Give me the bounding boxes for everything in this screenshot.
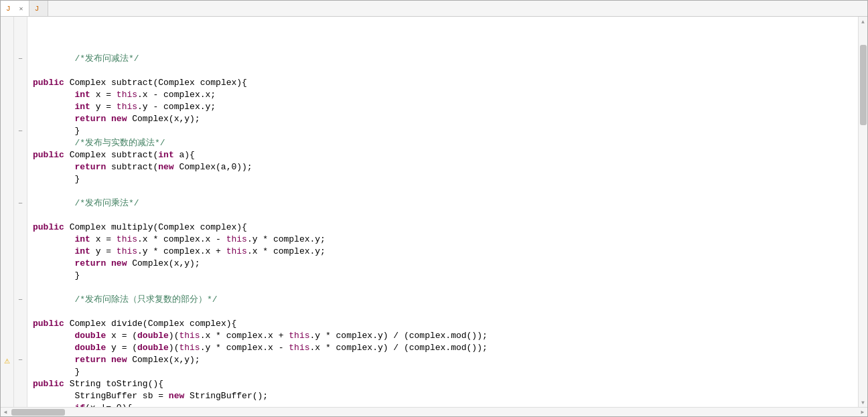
code-line: public Complex subtract(Complex complex)… bbox=[33, 77, 858, 89]
fold-indicator bbox=[14, 17, 27, 29]
fold-indicator bbox=[14, 89, 27, 101]
fold-indicator bbox=[14, 77, 27, 89]
gutter: ⚠ bbox=[1, 17, 14, 407]
fold-column: −−−−− bbox=[14, 17, 27, 407]
fold-indicator bbox=[14, 222, 27, 234]
code-line bbox=[33, 306, 858, 318]
tab-complex-test-java[interactable]: J bbox=[29, 1, 49, 16]
horizontal-scrollbar-thumb[interactable] bbox=[11, 409, 65, 416]
gutter-line bbox=[1, 113, 13, 125]
gutter-line bbox=[1, 258, 13, 270]
fold-indicator[interactable]: − bbox=[14, 354, 27, 366]
code-line: public String toString(){ bbox=[33, 378, 858, 390]
fold-indicator bbox=[14, 270, 27, 282]
fold-indicator bbox=[14, 402, 27, 407]
code-line: /*发布问减法*/ bbox=[33, 53, 858, 65]
code-line: int y = this.y - complex.y; bbox=[33, 101, 858, 113]
fold-indicator[interactable]: − bbox=[14, 53, 27, 65]
code-line: return new Complex(x,y); bbox=[33, 258, 858, 270]
code-line: int x = this.x * complex.x - this.y * co… bbox=[33, 234, 858, 246]
fold-indicator bbox=[14, 29, 27, 41]
gutter-line bbox=[1, 246, 13, 258]
code-line: public Complex multiply(Complex complex)… bbox=[33, 222, 858, 234]
gutter-line bbox=[1, 330, 13, 342]
gutter-line bbox=[1, 318, 13, 330]
code-line: double x = (double)(this.x * complex.x +… bbox=[33, 330, 858, 342]
code-line: double y = (double)(this.y * complex.x -… bbox=[33, 342, 858, 354]
fold-indicator bbox=[14, 161, 27, 173]
code-line: public Complex divide(Complex complex){ bbox=[33, 318, 858, 330]
fold-indicator bbox=[14, 41, 27, 53]
gutter-line bbox=[1, 197, 13, 210]
fold-indicator bbox=[14, 185, 27, 197]
gutter-line bbox=[1, 89, 13, 101]
fold-indicator[interactable]: − bbox=[14, 197, 27, 210]
gutter-line bbox=[1, 270, 13, 282]
code-line: /*发布问乘法*/ bbox=[33, 197, 858, 210]
gutter-line bbox=[1, 53, 13, 65]
gutter-line bbox=[1, 342, 13, 354]
fold-indicator bbox=[14, 342, 27, 354]
code-line: int y = this.y * complex.x + this.x * co… bbox=[33, 246, 858, 258]
tab-bar: J ✕ J bbox=[1, 1, 867, 17]
fold-indicator bbox=[14, 101, 27, 113]
gutter-line bbox=[1, 390, 13, 402]
gutter-line bbox=[1, 210, 13, 222]
gutter-line bbox=[1, 41, 13, 53]
gutter-line bbox=[1, 29, 13, 41]
code-line bbox=[33, 41, 858, 53]
fold-indicator bbox=[14, 318, 27, 330]
code-line: } bbox=[33, 270, 858, 282]
gutter-line bbox=[1, 17, 13, 29]
gutter-line bbox=[1, 234, 13, 246]
scroll-up-button[interactable]: ▲ bbox=[860, 18, 867, 25]
fold-indicator bbox=[14, 234, 27, 246]
tab-complex-java[interactable]: J ✕ bbox=[1, 1, 29, 16]
gutter-line bbox=[1, 77, 13, 89]
code-line: StringBuffer sb = new StringBuffer(); bbox=[33, 390, 858, 402]
fold-indicator bbox=[14, 149, 27, 161]
code-line bbox=[33, 185, 858, 197]
fold-indicator bbox=[14, 65, 27, 77]
gutter-line bbox=[1, 294, 13, 306]
horizontal-scrollbar[interactable]: ◀ ▶ bbox=[1, 407, 867, 416]
fold-indicator bbox=[14, 366, 27, 378]
gutter-line bbox=[1, 222, 13, 234]
code-editor[interactable]: /*发布问减法*/public Complex subtract(Complex… bbox=[27, 17, 858, 407]
gutter-line bbox=[1, 173, 13, 185]
gutter-line bbox=[1, 125, 13, 137]
gutter-line: ⚠ bbox=[1, 354, 13, 366]
code-line: } bbox=[33, 366, 858, 378]
code-line: } bbox=[33, 173, 858, 185]
scroll-down-button[interactable]: ▼ bbox=[860, 399, 867, 406]
fold-indicator[interactable]: − bbox=[14, 294, 27, 306]
java-test-file-icon: J bbox=[35, 5, 40, 13]
scroll-right-button[interactable]: ▶ bbox=[859, 409, 866, 416]
vertical-scrollbar[interactable]: ▲ ▼ bbox=[858, 17, 867, 407]
gutter-line bbox=[1, 378, 13, 390]
gutter-line bbox=[1, 101, 13, 113]
fold-indicator bbox=[14, 306, 27, 318]
fold-indicator bbox=[14, 137, 27, 149]
scroll-left-button[interactable]: ◀ bbox=[2, 409, 9, 416]
main-window: J ✕ J ⚠ −−−−− /*发布问减法*/public Complex su… bbox=[0, 0, 868, 417]
gutter-line bbox=[1, 306, 13, 318]
code-line: return new Complex(x,y); bbox=[33, 354, 858, 366]
code-scroll-area[interactable]: /*发布问减法*/public Complex subtract(Complex… bbox=[27, 17, 858, 407]
fold-indicator[interactable]: − bbox=[14, 125, 27, 137]
gutter-line bbox=[1, 366, 13, 378]
code-container[interactable]: ⚠ −−−−− /*发布问减法*/public Complex subtract… bbox=[1, 17, 858, 407]
fold-indicator bbox=[14, 330, 27, 342]
code-line: public Complex subtract(int a){ bbox=[33, 149, 858, 161]
code-line: int x = this.x - complex.x; bbox=[33, 89, 858, 101]
gutter-line bbox=[1, 137, 13, 149]
code-line: return subtract(new Complex(a,0)); bbox=[33, 161, 858, 173]
fold-indicator bbox=[14, 258, 27, 270]
gutter-line bbox=[1, 65, 13, 77]
gutter-line bbox=[1, 282, 13, 294]
fold-indicator bbox=[14, 113, 27, 125]
fold-indicator bbox=[14, 210, 27, 222]
scrollbar-thumb[interactable] bbox=[860, 45, 867, 125]
tab-close-button[interactable]: ✕ bbox=[19, 5, 23, 13]
code-line: } bbox=[33, 125, 858, 137]
